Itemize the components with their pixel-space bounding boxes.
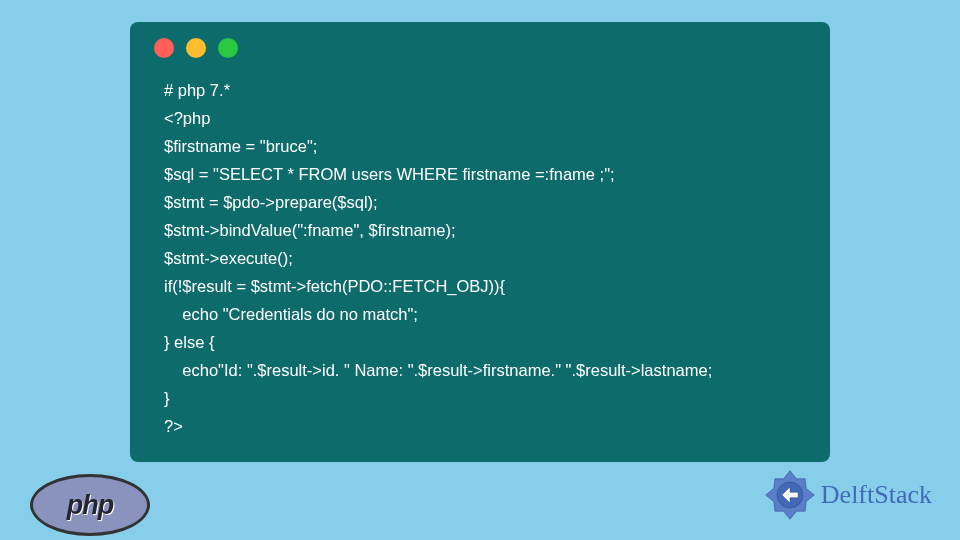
- code-window: # php 7.* <?php $firstname = "bruce"; $s…: [130, 22, 830, 462]
- code-line: $stmt->execute();: [164, 249, 293, 267]
- delftstack-logo: DelftStack: [763, 468, 932, 522]
- code-content: # php 7.* <?php $firstname = "bruce"; $s…: [148, 76, 812, 440]
- php-logo-ellipse: php: [30, 474, 150, 536]
- traffic-lights: [148, 34, 812, 58]
- code-line: # php 7.*: [164, 81, 230, 99]
- code-line: echo"Id: ".$result->id. " Name: ".$resul…: [164, 361, 712, 379]
- php-logo: php: [30, 474, 150, 534]
- maximize-icon: [218, 38, 238, 58]
- php-logo-text: php: [67, 490, 113, 521]
- code-line: echo "Credentials do no match";: [164, 305, 418, 323]
- delftstack-text: DelftStack: [821, 480, 932, 510]
- code-line: if(!$result = $stmt->fetch(PDO::FETCH_OB…: [164, 277, 505, 295]
- code-line: $stmt->bindValue(":fname", $firstname);: [164, 221, 456, 239]
- code-line: } else {: [164, 333, 214, 351]
- code-line: $firstname = "bruce";: [164, 137, 317, 155]
- close-icon: [154, 38, 174, 58]
- code-line: ?>: [164, 417, 183, 435]
- minimize-icon: [186, 38, 206, 58]
- code-line: }: [164, 389, 170, 407]
- code-line: $sql = "SELECT * FROM users WHERE firstn…: [164, 165, 615, 183]
- code-line: $stmt = $pdo->prepare($sql);: [164, 193, 378, 211]
- code-line: <?php: [164, 109, 210, 127]
- delftstack-icon: [763, 468, 817, 522]
